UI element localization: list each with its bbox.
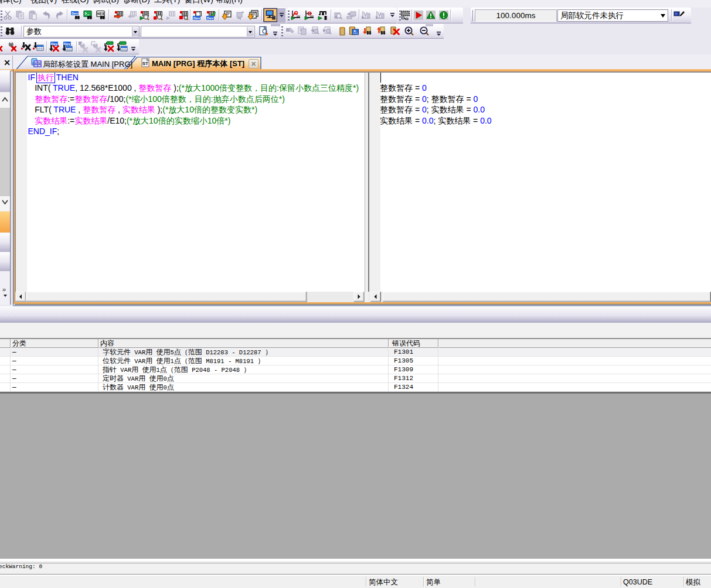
svg-text:Dev: Dev: [64, 42, 71, 46]
svg-text:Dev: Dev: [193, 16, 200, 20]
svg-text:Dev: Dev: [51, 42, 58, 46]
svg-text:IL: IL: [354, 29, 358, 33]
svg-text:»: »: [2, 286, 6, 293]
svg-text:Dev: Dev: [207, 16, 214, 20]
svg-text:HEX: HEX: [97, 12, 105, 16]
svg-text:Dev: Dev: [72, 12, 79, 15]
